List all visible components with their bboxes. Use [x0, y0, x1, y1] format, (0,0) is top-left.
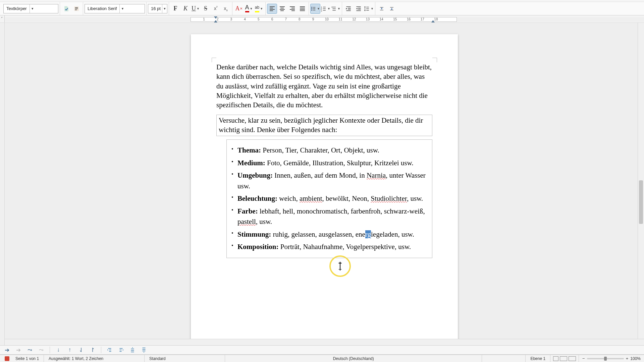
align-center-button[interactable] — [277, 4, 287, 14]
status-layer[interactable]: Ebene 1 — [526, 355, 550, 362]
move-up-button[interactable] — [128, 346, 137, 354]
vertical-ruler[interactable] — [0, 23, 5, 345]
demote-button[interactable] — [117, 346, 125, 354]
nav-prev-result-button[interactable]: ⤳ — [37, 346, 46, 354]
ruler-number: 12 — [352, 17, 356, 21]
vertical-scrollbar[interactable] — [638, 23, 644, 345]
increase-indent-button[interactable] — [343, 4, 354, 14]
ruler-number: 1 — [203, 17, 205, 21]
zoom-out-button[interactable]: − — [582, 356, 585, 361]
ruler-number: 13 — [366, 17, 370, 21]
promote-button[interactable] — [105, 346, 114, 354]
paragraph-sub: Versuche, klar zu sein, bezüglich jeglic… — [219, 116, 423, 134]
chevron-down-icon: ▼ — [30, 4, 35, 13]
list-item[interactable]: Stimmung: ruhig, gelassen, ausgelassen, … — [231, 229, 428, 240]
number-list-button[interactable]: 123▼ — [320, 4, 330, 14]
status-page[interactable]: Seite 1 von 1 — [11, 355, 44, 362]
list-item[interactable]: Beleuchtung: weich, ambient, bewölkt, Ne… — [231, 193, 428, 204]
scrollbar-thumb[interactable] — [639, 180, 643, 224]
font-size-combo[interactable]: 16 pt ▼ — [148, 4, 167, 13]
ruler-number: 11 — [338, 17, 342, 21]
ruler-number: 9 — [312, 17, 314, 21]
status-language[interactable]: Deutsch (Deutschland) — [225, 355, 482, 362]
list-item[interactable]: Thema: Person, Tier, Charakter, Ort, Obj… — [231, 145, 428, 156]
document-page[interactable]: Denke darüber nach, welche Details wicht… — [191, 34, 458, 345]
ruler-number: 5 — [258, 17, 260, 21]
nav-back-button[interactable]: ➔ — [14, 346, 23, 354]
bullet-list-button[interactable]: ▼ — [310, 4, 320, 14]
single-page-view-button[interactable] — [553, 356, 558, 361]
zoom-slider[interactable] — [587, 358, 624, 359]
increase-para-spacing-button[interactable] — [377, 4, 387, 14]
svg-point-1 — [311, 8, 312, 9]
horizontal-ruler[interactable]: ⌐ 123456789101112131415161718 — [0, 15, 644, 23]
ruler-number: 16 — [407, 17, 411, 21]
nav-page-up-button[interactable]: ↾ — [88, 346, 97, 354]
cursor-highlight-ring — [329, 255, 351, 277]
underline-button[interactable]: U▼ — [191, 4, 201, 14]
ruler-number: 14 — [380, 17, 383, 21]
margin-corner-icon — [432, 58, 437, 62]
zoom-control: − + 100% — [579, 356, 644, 361]
font-name-combo[interactable]: Liberation Serif ▼ — [85, 4, 145, 13]
chevron-down-icon: ▼ — [119, 4, 125, 13]
status-selection[interactable]: Ausgewählt: 1 Wort, 2 Zeichen — [44, 355, 145, 362]
status-insert-mode[interactable] — [482, 355, 526, 362]
zoom-in-button[interactable]: + — [626, 356, 629, 361]
move-down-button[interactable] — [140, 346, 148, 354]
paragraph-style-value: Textkörper — [4, 6, 30, 11]
update-style-button[interactable] — [61, 4, 71, 14]
ruler-number: 18 — [434, 17, 438, 21]
line-spacing-button[interactable]: ▼ — [364, 4, 374, 14]
margin-corner-icon — [212, 58, 216, 62]
decrease-indent-button[interactable] — [354, 4, 364, 14]
strikethrough-button[interactable]: S — [201, 4, 211, 14]
nav-down-button[interactable]: ↓ — [54, 346, 63, 354]
ruler-track: 123456789101112131415161718 — [5, 15, 644, 22]
text-frame-list[interactable]: Thema: Person, Tier, Charakter, Ort, Obj… — [226, 139, 432, 258]
new-style-button[interactable] — [71, 4, 82, 14]
horizontal-scrollbar[interactable] — [5, 339, 644, 345]
align-justify-button[interactable] — [297, 4, 307, 14]
font-name-value: Liberation Serif — [85, 6, 119, 11]
text-selection: rg — [365, 230, 371, 238]
chevron-down-icon: ▼ — [162, 4, 167, 13]
ruler-number: 3 — [230, 17, 232, 21]
superscript-button[interactable]: X — [211, 4, 221, 14]
nav-forward-button[interactable]: ➔ — [3, 346, 11, 354]
ruler-number: 2 — [217, 17, 219, 21]
formatting-toolbar: Textkörper ▼ Liberation Serif ▼ 16 pt ▼ … — [0, 2, 644, 15]
zoom-slider-knob[interactable] — [604, 357, 607, 361]
multi-page-view-button[interactable] — [560, 356, 567, 361]
nav-page-down-button[interactable]: ⇃ — [77, 346, 86, 354]
ruler-number: 17 — [421, 17, 424, 21]
outline-button[interactable]: ▼ — [330, 4, 340, 14]
view-mode-buttons — [550, 355, 579, 362]
font-color-button[interactable]: A▼ — [244, 4, 254, 14]
ruler-number: 10 — [325, 17, 329, 21]
svg-point-0 — [311, 7, 312, 8]
document-scroll-area[interactable]: Denke darüber nach, welche Details wicht… — [5, 23, 644, 345]
nav-next-result-button[interactable]: ⤳ — [25, 346, 34, 354]
status-page-style[interactable]: Standard — [145, 355, 225, 362]
list-item[interactable]: Komposition: Porträt, Nahaufnahme, Vogel… — [231, 242, 428, 252]
zoom-value[interactable]: 100% — [630, 356, 641, 361]
align-left-button[interactable] — [267, 4, 277, 14]
italic-button[interactable]: K — [180, 4, 191, 14]
list-item[interactable]: Medium: Foto, Gemälde, Illustration, Sku… — [231, 158, 428, 169]
book-view-button[interactable] — [569, 356, 576, 361]
subscript-button[interactable]: X — [221, 4, 231, 14]
decrease-para-spacing-button[interactable] — [387, 4, 397, 14]
highlight-color-button[interactable]: ab▼ — [254, 4, 264, 14]
nav-up-button[interactable]: ↑ — [65, 346, 74, 354]
paragraph-style-combo[interactable]: Textkörper ▼ — [3, 4, 58, 13]
text-cursor-icon — [340, 262, 340, 270]
save-status-icon[interactable] — [5, 356, 9, 361]
bold-button[interactable]: F — [170, 4, 180, 14]
list-item[interactable]: Umgebung: Innen, außen, auf dem Mond, in… — [231, 170, 428, 191]
text-frame-subheading[interactable]: Versuche, klar zu sein, bezüglich jeglic… — [216, 115, 432, 136]
paragraph-intro[interactable]: Denke darüber nach, welche Details wicht… — [216, 62, 432, 110]
align-right-button[interactable] — [287, 4, 297, 14]
clear-formatting-button[interactable]: A✕ — [234, 4, 244, 14]
list-item[interactable]: Farbe: lebhaft, hell, monochromatisch, f… — [231, 206, 428, 227]
